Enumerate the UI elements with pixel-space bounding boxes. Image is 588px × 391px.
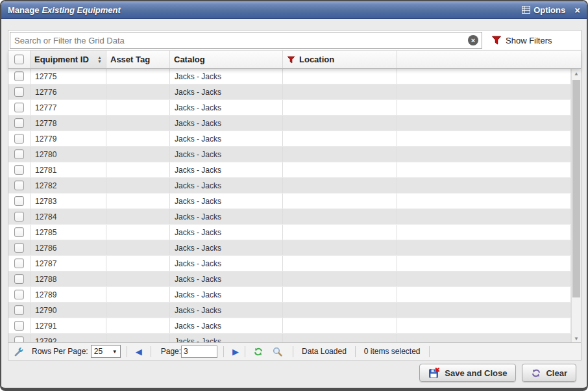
- cell-catalog: Jacks - Jacks: [170, 69, 283, 84]
- cell-catalog: Jacks - Jacks: [170, 225, 283, 240]
- clear-search-icon[interactable]: ×: [468, 35, 478, 45]
- rows-per-page-select[interactable]: 25 ▼: [91, 345, 121, 358]
- row-checkbox[interactable]: [14, 118, 24, 128]
- cell-empty: [397, 162, 571, 177]
- table-row[interactable]: 12777 Jacks - Jacks: [8, 100, 571, 116]
- cell-asset-tag: [106, 84, 170, 99]
- cell-catalog: Jacks - Jacks: [170, 271, 283, 286]
- close-icon[interactable]: ×: [574, 5, 580, 15]
- location-filter-icon: [287, 56, 295, 64]
- table-row[interactable]: 12785 Jacks - Jacks: [8, 225, 571, 240]
- quick-search-icon[interactable]: [273, 347, 282, 357]
- column-header-asset-tag[interactable]: Asset Tag: [106, 51, 170, 68]
- cell-equipment-id: 12775: [31, 69, 106, 84]
- cell-asset-tag: [106, 147, 170, 162]
- column-header-location[interactable]: Location: [283, 51, 397, 68]
- sort-icon[interactable]: ▲▼: [92, 56, 102, 64]
- cell-location: [283, 209, 397, 224]
- cell-equipment-id: 12786: [31, 240, 106, 255]
- table-row[interactable]: 12782 Jacks - Jacks: [8, 178, 571, 194]
- table-row[interactable]: 12786 Jacks - Jacks: [8, 240, 571, 256]
- column-header-catalog[interactable]: Catalog: [170, 51, 283, 68]
- row-checkbox[interactable]: [14, 305, 24, 315]
- row-checkbox[interactable]: [14, 134, 24, 144]
- row-checkbox[interactable]: [14, 274, 24, 284]
- table-row[interactable]: 12787 Jacks - Jacks: [8, 256, 571, 271]
- table-body: 12775 Jacks - Jacks 12776 Jacks - Jacks …: [8, 69, 571, 344]
- row-checkbox[interactable]: [14, 243, 24, 253]
- row-checkbox[interactable]: [14, 165, 24, 175]
- grid-settings-wrench-icon[interactable]: [14, 347, 23, 357]
- cell-catalog: Jacks - Jacks: [170, 84, 283, 99]
- cell-asset-tag: [106, 116, 170, 131]
- cell-equipment-id: 12783: [31, 194, 106, 208]
- table-row[interactable]: 12780 Jacks - Jacks: [8, 147, 571, 162]
- select-all-cell: [8, 51, 31, 68]
- cell-equipment-id: 12784: [31, 209, 106, 224]
- cell-asset-tag: [106, 318, 170, 333]
- options-button[interactable]: Options: [522, 5, 565, 15]
- row-checkbox[interactable]: [14, 103, 24, 112]
- table-row[interactable]: 12781 Jacks - Jacks: [8, 162, 571, 178]
- table-row[interactable]: 12783 Jacks - Jacks: [8, 194, 571, 209]
- cell-empty: [397, 303, 571, 318]
- table-row[interactable]: 12776 Jacks - Jacks: [8, 84, 571, 100]
- show-filters-button[interactable]: Show Filters: [491, 36, 552, 45]
- cell-location: [283, 116, 397, 131]
- cell-empty: [397, 84, 571, 99]
- save-and-close-button[interactable]: Save and Close: [419, 364, 516, 382]
- row-checkbox[interactable]: [14, 290, 24, 299]
- grid-header: Equipment ID ▲▼ Asset Tag Catalog Locati…: [8, 50, 581, 69]
- cell-equipment-id: 12788: [31, 271, 106, 286]
- cell-equipment-id: 12778: [31, 116, 106, 131]
- cell-location: [283, 225, 397, 240]
- clear-button[interactable]: Clear: [522, 364, 576, 382]
- row-checkbox[interactable]: [14, 149, 24, 159]
- row-checkbox[interactable]: [14, 181, 24, 190]
- page-number-input[interactable]: [181, 346, 217, 358]
- vertical-scrollbar[interactable]: ▲ ▼: [571, 69, 581, 344]
- cell-catalog: Jacks - Jacks: [170, 209, 283, 224]
- cell-empty: [397, 100, 571, 115]
- cell-location: [283, 162, 397, 177]
- table-row[interactable]: 12788 Jacks - Jacks: [8, 271, 571, 287]
- table-row[interactable]: 12775 Jacks - Jacks: [8, 69, 571, 84]
- row-checkbox[interactable]: [14, 71, 24, 81]
- cell-empty: [397, 225, 571, 240]
- table-row[interactable]: 12790 Jacks - Jacks: [8, 303, 571, 318]
- cell-equipment-id: 12780: [31, 147, 106, 162]
- cell-asset-tag: [106, 178, 170, 193]
- dialog-titlebar: ManageExisting Equipment Options ×: [1, 1, 587, 19]
- options-label: Options: [533, 5, 565, 15]
- cell-asset-tag: [106, 225, 170, 240]
- select-all-checkbox[interactable]: [14, 55, 24, 64]
- table-row[interactable]: 12789 Jacks - Jacks: [8, 287, 571, 303]
- row-checkbox[interactable]: [14, 321, 24, 331]
- cell-asset-tag: [106, 131, 170, 146]
- cell-equipment-id: 12777: [31, 100, 106, 115]
- pagination-bar: Rows Per Page: 25 ▼ ◀ Page: ▶ Data Loade…: [8, 342, 581, 360]
- cell-catalog: Jacks - Jacks: [170, 303, 283, 318]
- table-row[interactable]: 12778 Jacks - Jacks: [8, 116, 571, 131]
- cell-empty: [397, 287, 571, 302]
- scroll-up-icon[interactable]: ▲: [572, 69, 581, 79]
- column-header-equipment-id[interactable]: Equipment ID ▲▼: [31, 51, 106, 68]
- cell-location: [283, 240, 397, 255]
- row-checkbox[interactable]: [14, 196, 24, 206]
- previous-page-icon[interactable]: ◀: [133, 347, 145, 357]
- next-page-icon[interactable]: ▶: [230, 347, 241, 357]
- grid-panel: × Show Filters Equipment ID ▲▼ Asset Tag: [8, 30, 582, 360]
- refresh-icon[interactable]: [253, 347, 263, 357]
- table-row[interactable]: 12779 Jacks - Jacks: [8, 131, 571, 147]
- table-row[interactable]: 12791 Jacks - Jacks: [8, 318, 571, 334]
- cell-equipment-id: 12790: [31, 303, 106, 318]
- row-checkbox[interactable]: [14, 259, 24, 268]
- search-input[interactable]: [10, 32, 482, 49]
- row-checkbox[interactable]: [14, 212, 24, 221]
- search-row: × Show Filters: [8, 31, 581, 50]
- row-checkbox[interactable]: [14, 87, 24, 97]
- table-row[interactable]: 12784 Jacks - Jacks: [8, 209, 571, 225]
- row-checkbox[interactable]: [14, 227, 24, 237]
- cell-empty: [397, 256, 571, 271]
- scrollbar-thumb[interactable]: [572, 80, 580, 297]
